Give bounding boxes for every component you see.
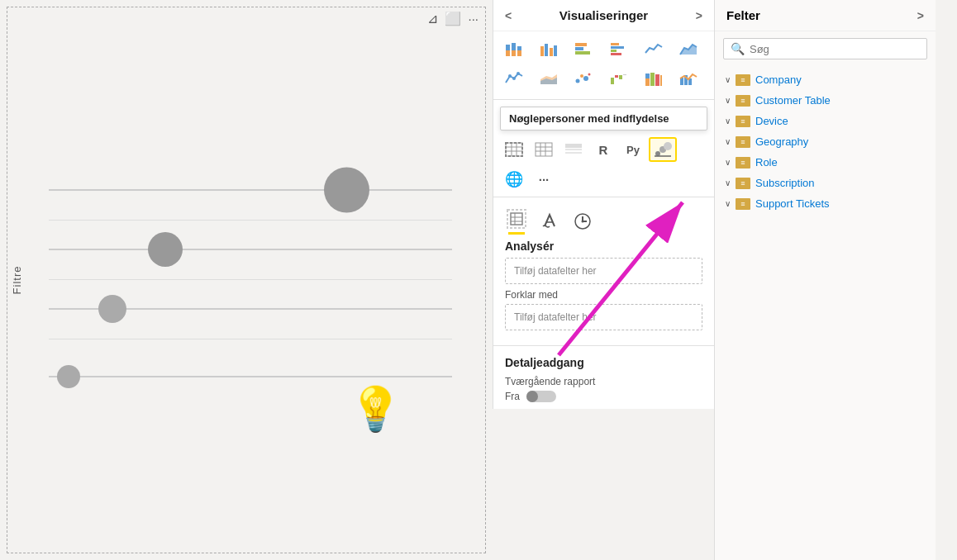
viz-icon-stacked-bar[interactable] bbox=[500, 36, 528, 61]
viz-icon-area2[interactable] bbox=[535, 66, 563, 91]
table-icon-company: ≡ bbox=[736, 74, 750, 86]
tooltip-text: Nøglepersoner med indflydelse bbox=[509, 112, 669, 125]
viz-icon-table-special[interactable] bbox=[500, 137, 528, 162]
svg-rect-50 bbox=[565, 144, 582, 148]
toggle-knob bbox=[526, 391, 538, 402]
search-input[interactable] bbox=[750, 43, 920, 55]
viz-arrow-right[interactable]: > bbox=[696, 9, 702, 22]
more-options-icon[interactable]: ··· bbox=[468, 12, 479, 26]
svg-rect-58 bbox=[511, 213, 522, 225]
table-icon-support-tickets: ≡ bbox=[736, 198, 750, 210]
field-item-role[interactable]: ∨ ≡ Role bbox=[715, 152, 936, 173]
svg-point-20 bbox=[517, 72, 520, 75]
toggle-switch[interactable] bbox=[526, 391, 556, 402]
svg-point-19 bbox=[512, 77, 516, 80]
viz-icon-area[interactable] bbox=[674, 36, 702, 61]
chevron-icon-company: ∨ bbox=[725, 75, 731, 84]
field-name-geography: Geography bbox=[755, 135, 808, 148]
svg-rect-27 bbox=[611, 78, 614, 84]
viz-panel-wrapper: < Visualiseringer > bbox=[493, 0, 714, 560]
felter-title: Felter bbox=[726, 8, 760, 22]
svg-rect-45 bbox=[536, 143, 552, 156]
field-name-support-tickets: Support Tickets bbox=[755, 197, 830, 210]
viz-icon-matrix[interactable] bbox=[530, 137, 558, 162]
table-icon-role: ≡ bbox=[736, 157, 750, 168]
viz-icon-ribbon[interactable] bbox=[640, 66, 668, 91]
viz-analytics-icon[interactable] bbox=[571, 210, 594, 233]
field-item-device[interactable]: ∨ ≡ Device bbox=[715, 111, 936, 131]
field-item-customer-table[interactable]: ∨ ≡ Customer Table bbox=[715, 90, 936, 111]
field-list: ∨ ≡ Company ∨ ≡ Customer Table ∨ ≡ Devic… bbox=[715, 66, 936, 217]
field-name-role: Role bbox=[755, 156, 778, 168]
viz-icon-line2[interactable] bbox=[500, 66, 528, 91]
svg-rect-1 bbox=[506, 45, 510, 50]
analyse-title: Analysér bbox=[505, 240, 702, 253]
viz-icons-row3: R Py bbox=[493, 134, 714, 165]
svg-rect-28 bbox=[615, 75, 618, 78]
field-item-support-tickets[interactable]: ∨ ≡ Support Tickets bbox=[715, 193, 936, 214]
bubble-large bbox=[324, 168, 369, 213]
viz-build-icon[interactable] bbox=[505, 207, 528, 235]
search-icon: 🔍 bbox=[731, 42, 745, 55]
field-item-subscription[interactable]: ∨ ≡ Subscription bbox=[715, 173, 936, 193]
viz-panel: < Visualiseringer > bbox=[493, 0, 714, 409]
viz-icon-Py[interactable]: Py bbox=[619, 137, 647, 162]
drop-zone-1[interactable]: Tilføj datafelter her bbox=[505, 258, 702, 284]
viz-icon-selected[interactable] bbox=[649, 137, 677, 162]
viz-icon-waterfall[interactable] bbox=[605, 66, 633, 91]
search-box: 🔍 bbox=[723, 38, 927, 59]
lightbulb-icon: 💡 bbox=[349, 387, 402, 430]
viz-icon-R[interactable]: R bbox=[589, 137, 617, 162]
table-icon-customer-table: ≡ bbox=[736, 95, 750, 107]
viz-icon-more[interactable]: ··· bbox=[530, 167, 558, 192]
viz-icon-bar-horiz[interactable] bbox=[569, 36, 598, 61]
cross-report-label: Tværgående rapport bbox=[505, 376, 702, 387]
viz-icon-table2[interactable] bbox=[559, 137, 588, 162]
svg-rect-8 bbox=[550, 48, 553, 56]
svg-rect-3 bbox=[512, 43, 516, 50]
drop-zone-2[interactable]: Tilføj datafelter her bbox=[505, 304, 702, 330]
svg-rect-6 bbox=[540, 46, 544, 56]
viz-arrow-left[interactable]: < bbox=[505, 9, 512, 22]
svg-rect-44 bbox=[506, 143, 522, 156]
svg-rect-30 bbox=[623, 74, 626, 75]
viz-icon-bar-clustered[interactable] bbox=[535, 36, 563, 61]
felter-arrow-right[interactable]: > bbox=[917, 9, 924, 22]
tooltip-box: Nøglepersoner med indflydelse bbox=[500, 107, 707, 131]
felter-panel: Felter > 🔍 ∨ ≡ Company ∨ ≡ Customer Tabl… bbox=[714, 0, 936, 560]
svg-rect-5 bbox=[517, 46, 521, 50]
viz-format-icon[interactable] bbox=[538, 210, 561, 233]
focus-icon[interactable]: ⬜ bbox=[445, 11, 461, 26]
viz-icon-line[interactable] bbox=[640, 36, 668, 61]
field-name-subscription: Subscription bbox=[755, 177, 815, 189]
svg-point-23 bbox=[576, 79, 580, 83]
svg-rect-7 bbox=[545, 44, 548, 56]
filtre-label: Filtre bbox=[11, 266, 23, 295]
svg-rect-34 bbox=[655, 74, 659, 86]
svg-rect-32 bbox=[645, 74, 650, 78]
field-item-company[interactable]: ∨ ≡ Company bbox=[715, 69, 936, 90]
felter-header: Felter > bbox=[715, 0, 936, 31]
viz-icons-row4: 🌐 ··· bbox=[493, 165, 714, 193]
viz-icon-scatter[interactable] bbox=[569, 66, 598, 91]
svg-rect-9 bbox=[554, 45, 557, 56]
fra-label: Fra bbox=[505, 391, 520, 402]
svg-rect-29 bbox=[619, 75, 622, 79]
svg-rect-12 bbox=[575, 51, 590, 55]
svg-rect-10 bbox=[575, 43, 587, 46]
svg-point-25 bbox=[583, 76, 588, 81]
field-name-company: Company bbox=[755, 74, 802, 86]
svg-rect-15 bbox=[611, 50, 617, 52]
viz-icon-combo[interactable] bbox=[674, 66, 702, 91]
viz-icons-row1 bbox=[493, 31, 714, 66]
chart-content: 💡 bbox=[7, 30, 485, 553]
svg-point-53 bbox=[655, 151, 660, 156]
viz-panel-header: < Visualiseringer > bbox=[493, 0, 714, 31]
viz-icon-bar-horiz2[interactable] bbox=[605, 36, 633, 61]
filter-icon[interactable]: ⊿ bbox=[427, 11, 438, 26]
viz-icon-globe[interactable]: 🌐 bbox=[500, 167, 528, 192]
chevron-icon-customer-table: ∨ bbox=[725, 96, 731, 105]
chevron-icon-geography: ∨ bbox=[725, 137, 731, 146]
field-item-geography[interactable]: ∨ ≡ Geography bbox=[715, 131, 936, 152]
table-icon-geography: ≡ bbox=[736, 136, 750, 148]
